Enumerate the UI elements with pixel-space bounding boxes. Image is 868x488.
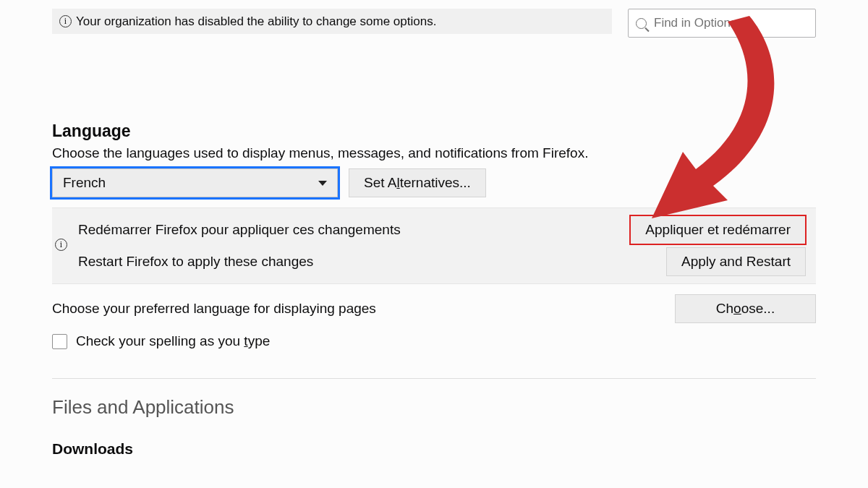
- language-description: Choose the languages used to display men…: [52, 145, 816, 161]
- chevron-down-icon: [318, 181, 327, 186]
- set-alternatives-button[interactable]: Set Alternatives...: [349, 168, 486, 197]
- language-heading: Language: [52, 121, 816, 141]
- search-placeholder: Find in Options: [654, 16, 736, 30]
- search-input[interactable]: Find in Options: [628, 9, 816, 38]
- restart-notice-box: Redémarrer Firefox pour appliquer ces ch…: [52, 207, 816, 284]
- spellcheck-label: Check your spelling as you type: [76, 333, 270, 349]
- language-select-value: French: [63, 175, 106, 191]
- language-select[interactable]: French: [52, 168, 338, 197]
- org-disabled-text: Your organization has disabled the abili…: [76, 14, 436, 29]
- info-icon: i: [55, 239, 67, 251]
- restart-message-en: Restart Firefox to apply these changes: [78, 254, 313, 270]
- preferred-pages-label: Choose your preferred language for displ…: [52, 301, 376, 317]
- choose-language-button[interactable]: Choose...: [675, 294, 816, 323]
- section-divider: [52, 378, 816, 379]
- restart-message-fr: Redémarrer Firefox pour appliquer ces ch…: [78, 222, 401, 238]
- info-icon: i: [59, 15, 72, 27]
- org-disabled-banner: i Your organization has disabled the abi…: [52, 9, 612, 34]
- downloads-heading: Downloads: [52, 440, 816, 458]
- apply-restart-button-en[interactable]: Apply and Restart: [666, 247, 806, 276]
- spellcheck-checkbox[interactable]: [52, 334, 67, 349]
- files-applications-heading: Files and Applications: [52, 396, 816, 419]
- search-icon: [636, 18, 647, 29]
- apply-restart-button-fr[interactable]: Appliquer et redémarrer: [630, 215, 806, 244]
